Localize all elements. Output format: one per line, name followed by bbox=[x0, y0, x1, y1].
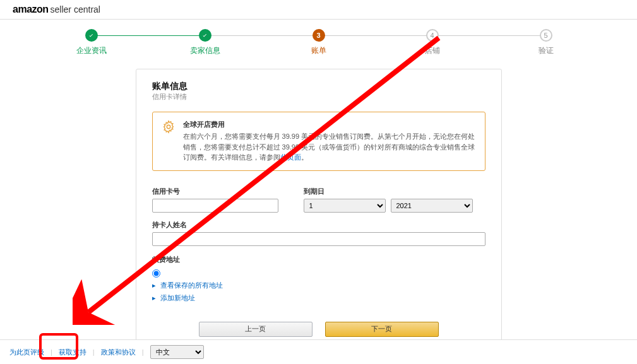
step-billing: 3 账单 bbox=[262, 29, 376, 56]
add-new-address-link[interactable]: 添加新地址 bbox=[160, 293, 195, 303]
card-subtitle: 信用卡详情 bbox=[152, 92, 485, 102]
footer-bar: 为此页评级 | 获取支持 | 政策和协议 | 中文 bbox=[0, 339, 637, 364]
previous-button[interactable]: 上一页 bbox=[199, 322, 313, 337]
notice-link[interactable]: 此页面 bbox=[280, 153, 301, 161]
step-verify: 5 验证 bbox=[489, 29, 603, 56]
expiry-month-select[interactable]: 1 bbox=[304, 199, 386, 213]
holder-label: 持卡人姓名 bbox=[152, 220, 485, 230]
step-label: 企业资讯 bbox=[76, 45, 107, 56]
bullet-icon: ▸ bbox=[152, 294, 156, 302]
step-company-info: 企业资讯 bbox=[35, 29, 148, 56]
step-label: 店铺 bbox=[425, 45, 440, 56]
logo: amazon seller central bbox=[13, 4, 624, 15]
card-number-input[interactable] bbox=[152, 199, 278, 213]
check-icon bbox=[201, 32, 208, 39]
notice-text: 在前六个月，您将需要支付每月 39.99 美元的专业销售订阅费。从第七个月开始，… bbox=[183, 131, 476, 163]
step-number: 4 bbox=[426, 29, 439, 42]
step-seller-info: 卖家信息 bbox=[148, 29, 262, 56]
holder-input[interactable] bbox=[152, 232, 485, 246]
expiry-label: 到期日 bbox=[304, 187, 485, 196]
fee-notice-box: 全球开店费用 在前六个月，您将需要支付每月 39.99 美元的专业销售订阅费。从… bbox=[152, 112, 485, 171]
logo-seller-central: seller central bbox=[51, 4, 100, 15]
progress-stepper: 企业资讯 卖家信息 3 账单 4 店铺 5 验证 bbox=[35, 20, 603, 69]
expiry-year-select[interactable]: 2021 bbox=[391, 199, 473, 213]
step-label: 账单 bbox=[311, 45, 326, 56]
billing-address-radio[interactable] bbox=[152, 269, 160, 278]
bullet-icon: ▸ bbox=[152, 281, 156, 290]
card-number-label: 信用卡号 bbox=[152, 187, 278, 196]
check-icon bbox=[88, 32, 95, 39]
step-number: 3 bbox=[313, 29, 325, 42]
header-bar: amazon seller central bbox=[0, 0, 637, 20]
step-label: 验证 bbox=[539, 45, 554, 56]
next-button[interactable]: 下一页 bbox=[325, 322, 439, 337]
step-number: 5 bbox=[540, 29, 552, 42]
view-saved-addresses-link[interactable]: 查看保存的所有地址 bbox=[160, 281, 223, 290]
billing-address-label: 收费地址 bbox=[152, 255, 485, 264]
logo-amazon: amazon bbox=[13, 4, 49, 15]
footer-support-link[interactable]: 获取支持 bbox=[59, 348, 86, 357]
notice-title: 全球开店费用 bbox=[183, 120, 476, 129]
step-label: 卖家信息 bbox=[190, 45, 220, 56]
card-title: 账单信息 bbox=[152, 81, 485, 92]
footer-policy-link[interactable]: 政策和协议 bbox=[101, 348, 136, 357]
footer-feedback-link[interactable]: 为此页评级 bbox=[9, 348, 44, 357]
step-store: 4 店铺 bbox=[376, 29, 489, 56]
svg-point-0 bbox=[167, 125, 170, 129]
billing-card: 账单信息 信用卡详情 全球开店费用 在前六个月，您将需要支付每月 39.99 美… bbox=[136, 69, 502, 353]
footer-language-select[interactable]: 中文 bbox=[150, 345, 204, 359]
gear-icon bbox=[162, 120, 176, 134]
